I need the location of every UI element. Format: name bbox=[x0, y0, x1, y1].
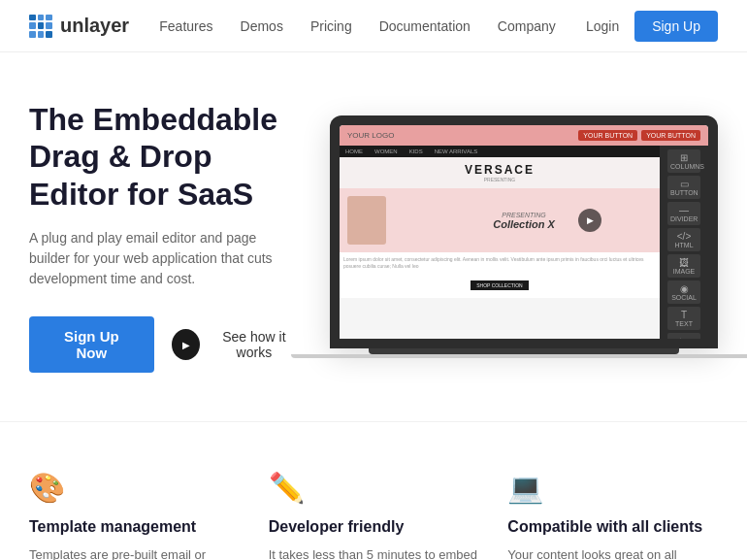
hero-section: The Embeddable Drag & Drop Editor for Sa… bbox=[0, 52, 747, 421]
editor-btn1[interactable]: YOUR BUTTON bbox=[578, 130, 637, 141]
feature-compatible: 💻 Compatible with all clients Your conte… bbox=[507, 471, 718, 560]
model-image bbox=[347, 196, 386, 245]
laptop-screen: YOUR LOGO YOUR BUTTON YOUR BUTTON HOME W… bbox=[340, 125, 708, 339]
sidebar-social[interactable]: ◉ SOCIAL bbox=[667, 280, 700, 304]
sidebar-html[interactable]: </> HTML bbox=[667, 228, 700, 251]
features-section: 🎨 Template management Templates are pre-… bbox=[0, 421, 747, 560]
signup-button[interactable]: Sign Up bbox=[634, 11, 718, 42]
feature-compatible-desc: Your content looks great on all devices,… bbox=[507, 545, 718, 560]
email-brand: VERSACE PRESENTING bbox=[340, 157, 660, 188]
email-hero-area: PRESENTING Collection X ▶ bbox=[340, 188, 660, 252]
editor-logo: YOUR LOGO bbox=[347, 131, 394, 140]
video-label: See how it works bbox=[208, 329, 301, 360]
developer-icon: ✏️ bbox=[269, 471, 479, 505]
nav-women: WOMEN bbox=[369, 146, 404, 157]
email-figure bbox=[347, 196, 396, 245]
laptop-mockup: YOUR LOGO YOUR BUTTON YOUR BUTTON HOME W… bbox=[330, 115, 718, 348]
nav-arrivals: NEW ARRIVALS bbox=[429, 146, 484, 157]
editor-buttons: YOUR BUTTON YOUR BUTTON bbox=[578, 130, 700, 141]
nav-features[interactable]: Features bbox=[159, 18, 212, 34]
laptop-foot bbox=[291, 354, 747, 358]
feature-developer-desc: It takes less than 5 minutes to embed ou… bbox=[269, 545, 479, 560]
sidebar-columns[interactable]: ⊞ COLUMNS bbox=[667, 149, 700, 173]
logo-icon bbox=[29, 15, 52, 38]
feature-developer-title: Developer friendly bbox=[269, 518, 479, 536]
editor-sidebar: ⊞ COLUMNS ▭ BUTTON — DIVIDER </> bbox=[660, 146, 708, 339]
sidebar-button[interactable]: ▭ BUTTON bbox=[667, 176, 700, 199]
video-button[interactable]: See how it works bbox=[172, 329, 301, 360]
hero-subtitle: A plug and play email editor and page bu… bbox=[29, 228, 301, 289]
email-preview: HOME WOMEN KIDS NEW ARRIVALS VERSACE PRE… bbox=[340, 146, 660, 298]
nav-right: Login Sign Up bbox=[586, 11, 718, 42]
email-footer-text: Lorem ipsum dolor sit amet, consectetur … bbox=[340, 252, 660, 274]
logo-text: unlayer bbox=[60, 15, 129, 37]
collection-name: Collection X bbox=[396, 218, 652, 230]
feature-template-desc: Templates are pre-built email or landing… bbox=[29, 545, 240, 560]
login-button[interactable]: Login bbox=[586, 18, 619, 34]
logo[interactable]: unlayer bbox=[29, 15, 129, 38]
feature-template-title: Template management bbox=[29, 518, 240, 536]
nav-links: Features Demos Pricing Documentation Com… bbox=[159, 18, 556, 34]
brand-name: VERSACE bbox=[345, 163, 654, 177]
template-icon: 🎨 bbox=[29, 471, 240, 505]
email-nav: HOME WOMEN KIDS NEW ARRIVALS bbox=[340, 146, 660, 157]
feature-compatible-title: Compatible with all clients bbox=[507, 518, 718, 536]
hero-image: YOUR LOGO YOUR BUTTON YOUR BUTTON HOME W… bbox=[330, 115, 718, 358]
cta-button[interactable]: Sign Up Now bbox=[29, 316, 154, 373]
nav-documentation[interactable]: Documentation bbox=[379, 18, 471, 34]
sidebar-divider[interactable]: — DIVIDER bbox=[667, 202, 700, 225]
editor-body: HOME WOMEN KIDS NEW ARRIVALS VERSACE PRE… bbox=[340, 146, 708, 339]
editor-main: HOME WOMEN KIDS NEW ARRIVALS VERSACE PRE… bbox=[340, 146, 660, 339]
play-icon bbox=[172, 329, 200, 360]
nav-pricing[interactable]: Pricing bbox=[310, 18, 352, 34]
nav-kids: KIDS bbox=[404, 146, 429, 157]
editor-btn2[interactable]: YOUR BUTTON bbox=[641, 130, 700, 141]
nav-company[interactable]: Company bbox=[498, 18, 556, 34]
collection-area: PRESENTING Collection X bbox=[396, 212, 652, 230]
feature-developer: ✏️ Developer friendly It takes less than… bbox=[269, 471, 479, 560]
laptop-base bbox=[340, 339, 708, 348]
hero-actions: Sign Up Now See how it works bbox=[29, 316, 301, 373]
presenting-text: PRESENTING bbox=[345, 177, 654, 182]
collection-label: PRESENTING bbox=[396, 212, 652, 218]
compatible-icon: 💻 bbox=[507, 471, 718, 505]
sidebar-video[interactable]: ▶ VIDEO bbox=[667, 333, 700, 339]
nav-home: HOME bbox=[340, 146, 369, 157]
sidebar-image[interactable]: 🖼 IMAGE bbox=[667, 254, 700, 278]
hero-title: The Embeddable Drag & Drop Editor for Sa… bbox=[29, 101, 301, 213]
hero-text: The Embeddable Drag & Drop Editor for Sa… bbox=[29, 101, 301, 373]
shop-btn: SHOP COLLECTION bbox=[471, 280, 528, 290]
navbar: unlayer Features Demos Pricing Documenta… bbox=[0, 0, 747, 52]
sidebar-text[interactable]: T TEXT bbox=[667, 307, 700, 330]
editor-topbar: YOUR LOGO YOUR BUTTON YOUR BUTTON bbox=[340, 125, 708, 146]
video-play-icon: ▶ bbox=[578, 209, 601, 232]
feature-template: 🎨 Template management Templates are pre-… bbox=[29, 471, 240, 560]
nav-demos[interactable]: Demos bbox=[241, 18, 283, 34]
